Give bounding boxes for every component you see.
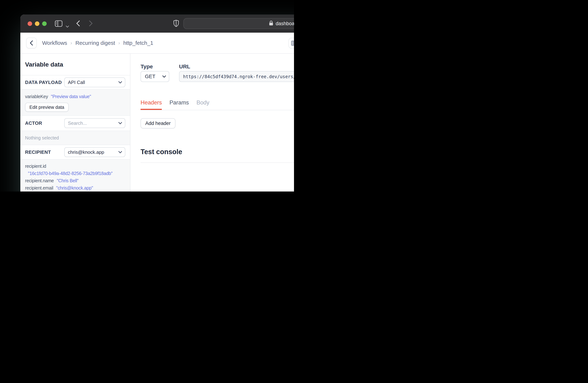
recipient-fields: recipient.id "16c1fd70-b49a-48d2-8256-73… [20,160,130,192]
lock-icon [269,20,273,27]
toggle-panel-button[interactable] [288,38,294,49]
field-key: recipient.id [25,162,46,170]
type-label: Type [141,63,153,70]
recipient-selected-value: chris@knock.app [68,150,104,155]
chevron-down-icon [162,76,166,78]
breadcrumb-separator-icon: › [118,40,120,46]
request-editor: Type URL GET https://84c5df439d74.ngrok-… [130,54,294,192]
tab-body[interactable]: Body [196,99,209,110]
address-bar-url: dashboard.knock.app [276,21,294,26]
add-header-button[interactable]: Add header [141,118,175,128]
preview-data-section: variableKey "Preview data value" Edit pr… [20,90,130,116]
screenshot-stage: dashboard.knock.app [0,0,294,192]
data-payload-row: DATA PAYLOAD API Call [20,76,130,90]
field-value: "chris@knock.app" [56,184,93,192]
forward-arrow-icon[interactable] [89,20,93,28]
field-row: recipient.id [25,162,125,170]
tabs-divider [141,110,294,110]
breadcrumb-separator-icon: › [70,40,72,46]
recipient-row: RECIPIENT chris@knock.app [20,145,130,160]
app-body: Variable data DATA PAYLOAD API Call vari… [20,54,294,192]
chevron-down-icon [118,151,122,153]
url-label: URL [179,63,190,70]
method-value: GET [145,74,155,79]
window-controls [28,21,47,26]
preview-key: variableKey [25,93,48,100]
chevron-down-icon [118,81,122,83]
app-header: Workflows › Recurring digest › http_fetc… [20,33,294,54]
breadcrumb-recurring-digest[interactable]: Recurring digest [75,40,115,46]
test-console-title: Test console [141,148,182,156]
chevron-left-icon [30,40,33,46]
actor-row: ACTOR Search... [20,116,130,131]
field-row: recipient.email"chris@knock.app" [25,184,125,192]
field-value-row: "16c1fd70-b49a-48d2-8256-73a2b9f18adb" [25,170,125,177]
panel-layout-icon [291,40,294,46]
toolbar-sidebar-icon[interactable] [55,20,63,28]
recipient-select[interactable]: chris@knock.app [64,147,125,157]
back-button[interactable] [26,38,37,48]
data-payload-label: DATA PAYLOAD [25,80,62,85]
field-value: "16c1fd70-b49a-48d2-8256-73a2b9f18adb" [28,170,112,177]
actor-empty-state: Nothing selected [20,131,130,145]
url-input[interactable]: https://84c5df439d74.ngrok-free.dev/user… [179,71,294,82]
tab-headers[interactable]: Headers [141,99,162,110]
browser-window: dashboard.knock.app [20,15,294,192]
breadcrumb: Workflows › Recurring digest › http_fetc… [42,40,153,46]
method-select[interactable]: GET [141,71,169,82]
actor-select[interactable]: Search... [64,118,125,128]
chevron-down-icon [118,122,122,124]
preview-value: "Preview data value" [51,93,91,100]
actor-empty-text: Nothing selected [25,135,59,141]
url-segment: https://84c5df439d74.ngrok-free.dev/user… [183,74,294,79]
console-divider [141,162,294,163]
privacy-shield-icon[interactable] [173,19,179,29]
sidebar-title: Variable data [20,54,130,76]
address-bar[interactable]: dashboard.knock.app [183,18,294,29]
minimize-window-button[interactable] [35,21,39,26]
back-arrow-icon[interactable] [76,20,80,28]
variable-data-sidebar: Variable data DATA PAYLOAD API Call vari… [20,54,130,192]
data-payload-select[interactable]: API Call [64,77,125,87]
field-key: recipient.name [25,177,54,184]
close-window-button[interactable] [28,21,32,26]
breadcrumb-workflows[interactable]: Workflows [42,40,67,46]
actor-label: ACTOR [25,120,42,126]
data-payload-value: API Call [68,80,85,85]
browser-toolbar: dashboard.knock.app [20,15,294,33]
field-key: recipient.email [25,184,53,192]
maximize-window-button[interactable] [42,21,47,26]
recipient-label: RECIPIENT [25,150,51,155]
actor-placeholder: Search... [68,120,87,126]
breadcrumb-http-fetch-1: http_fetch_1 [123,40,153,46]
field-row: recipient.name"Chris Bell" [25,177,125,184]
sidebar-chevron-down-icon[interactable] [66,22,69,29]
edit-preview-data-button[interactable]: Edit preview data [25,103,69,112]
tab-params[interactable]: Params [169,99,189,110]
field-value: "Chris Bell" [57,177,79,184]
request-tabs: Headers Params Body [141,99,209,110]
